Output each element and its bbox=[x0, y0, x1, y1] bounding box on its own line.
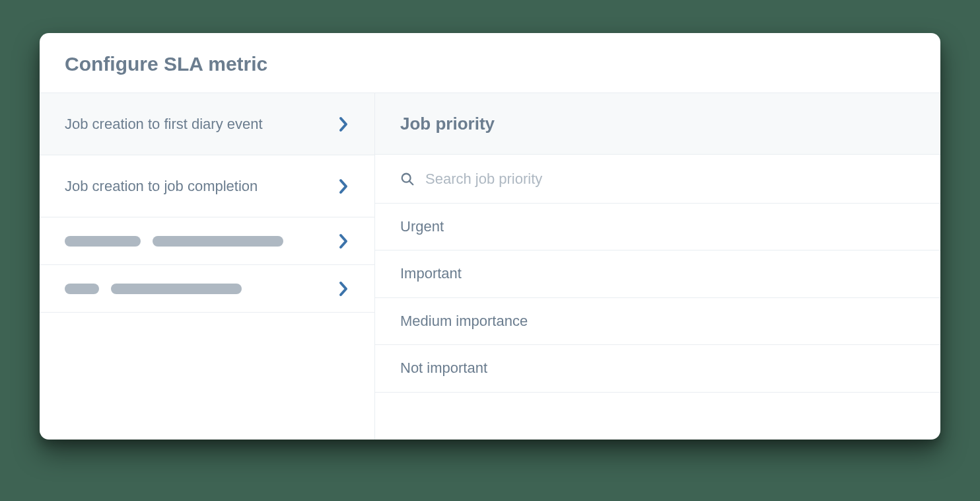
metric-label: Job creation to first diary event bbox=[65, 116, 263, 133]
priority-label: Urgent bbox=[400, 218, 444, 235]
chevron-right-icon bbox=[339, 116, 349, 132]
panel-header: Configure SLA metric bbox=[40, 33, 940, 93]
placeholder-bars bbox=[65, 284, 242, 294]
priority-item-empty bbox=[375, 393, 940, 440]
priority-header: Job priority bbox=[375, 93, 940, 155]
chevron-right-icon bbox=[339, 178, 349, 194]
metric-label: Job creation to job completion bbox=[65, 178, 258, 195]
metric-row-placeholder[interactable] bbox=[40, 217, 374, 265]
configure-sla-panel: Configure SLA metric Job creation to fir… bbox=[40, 33, 940, 440]
priority-item-medium[interactable]: Medium importance bbox=[375, 298, 940, 345]
priority-label: Important bbox=[400, 265, 462, 282]
priority-item-not-important[interactable]: Not important bbox=[375, 345, 940, 392]
panel-body: Job creation to first diary event Job cr… bbox=[40, 93, 940, 440]
chevron-right-icon bbox=[339, 233, 349, 249]
priority-label: Not important bbox=[400, 360, 487, 377]
placeholder-bars bbox=[65, 236, 283, 247]
metric-row-first-diary-event[interactable]: Job creation to first diary event bbox=[40, 93, 374, 155]
priority-item-important[interactable]: Important bbox=[375, 251, 940, 297]
panel-title: Configure SLA metric bbox=[65, 53, 915, 75]
chevron-right-icon bbox=[339, 281, 349, 297]
priority-title: Job priority bbox=[400, 114, 495, 134]
metric-row-job-completion[interactable]: Job creation to job completion bbox=[40, 155, 374, 217]
svg-line-1 bbox=[409, 181, 413, 184]
priority-label: Medium importance bbox=[400, 313, 528, 330]
priority-search-input[interactable] bbox=[425, 171, 915, 188]
metric-row-placeholder[interactable] bbox=[40, 265, 374, 313]
priority-item-urgent[interactable]: Urgent bbox=[375, 204, 940, 251]
metric-list: Job creation to first diary event Job cr… bbox=[40, 93, 375, 440]
search-icon bbox=[400, 172, 415, 186]
priority-panel: Job priority Urgent Important Medium imp… bbox=[375, 93, 940, 440]
priority-search-row bbox=[375, 155, 940, 203]
